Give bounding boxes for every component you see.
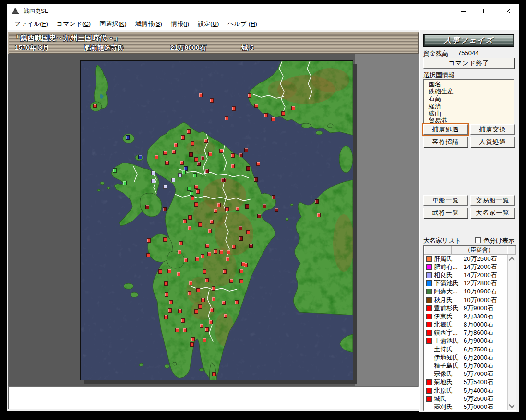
country-info-item-5[interactable]: 貿易港 <box>429 117 514 124</box>
castle-marker[interactable] <box>188 215 192 220</box>
castle-marker[interactable] <box>212 297 215 301</box>
castle-marker[interactable] <box>181 318 185 323</box>
list-button-0[interactable]: 軍船一覧 <box>423 195 468 206</box>
menu-item-3[interactable]: 城情報(S) <box>131 18 167 30</box>
castle-marker[interactable] <box>158 269 162 274</box>
castle-marker[interactable] <box>219 250 223 254</box>
castle-marker[interactable] <box>232 106 236 111</box>
menu-item-6[interactable]: ヘルプ (H) <box>223 18 262 30</box>
castle-marker[interactable] <box>291 106 295 110</box>
castle-marker[interactable] <box>163 207 167 211</box>
country-info-item-0[interactable]: 国名 <box>429 81 514 88</box>
castle-marker[interactable] <box>241 262 245 266</box>
castle-marker[interactable] <box>222 301 226 305</box>
daimyo-row[interactable]: 相良氏14万2000石 <box>424 271 508 279</box>
castle-marker[interactable] <box>205 244 209 248</box>
castle-marker[interactable] <box>203 269 206 274</box>
daimyo-row[interactable]: 北郷氏8万0000石 <box>424 321 508 329</box>
action-button-1[interactable]: 捕虜交換 <box>470 124 515 135</box>
castle-marker[interactable] <box>232 245 236 249</box>
daimyo-row[interactable]: 土持氏6万7500石 <box>424 345 508 353</box>
castle-marker[interactable] <box>151 171 155 175</box>
castle-marker[interactable] <box>271 117 275 121</box>
castle-marker[interactable] <box>167 269 171 273</box>
castle-marker[interactable] <box>317 213 321 217</box>
country-info-item-3[interactable]: 経済 <box>429 103 514 110</box>
castle-marker[interactable] <box>196 189 200 194</box>
castle-marker[interactable] <box>138 155 142 159</box>
castle-marker[interactable] <box>224 314 227 318</box>
castle-marker[interactable] <box>281 111 285 116</box>
castle-marker[interactable] <box>146 253 150 257</box>
castle-marker[interactable] <box>171 178 175 182</box>
castle-marker[interactable] <box>264 113 268 117</box>
castle-marker[interactable] <box>246 166 250 171</box>
castle-marker[interactable] <box>193 173 197 177</box>
castle-marker[interactable] <box>221 178 225 182</box>
kyushu-map[interactable] <box>80 60 353 380</box>
castle-marker[interactable] <box>189 152 193 157</box>
castle-marker[interactable] <box>126 135 130 140</box>
castle-marker[interactable] <box>190 342 194 347</box>
scroll-down-icon[interactable] <box>509 402 515 408</box>
castle-marker[interactable] <box>172 150 176 154</box>
scroll-up-icon[interactable] <box>509 257 515 263</box>
castle-marker[interactable] <box>165 292 168 297</box>
castle-marker[interactable] <box>168 308 172 313</box>
castle-marker[interactable] <box>200 324 203 328</box>
castle-marker[interactable] <box>178 173 182 177</box>
castle-marker[interactable] <box>201 156 204 160</box>
castle-marker[interactable] <box>315 199 319 204</box>
action-button-2[interactable]: 客将招請 <box>423 137 468 147</box>
castle-marker[interactable] <box>194 157 198 162</box>
castle-marker[interactable] <box>164 315 168 319</box>
castle-marker[interactable] <box>205 278 209 282</box>
daimyo-row[interactable]: 伊地知氏6万2000石 <box>424 353 508 362</box>
castle-marker[interactable] <box>219 149 223 153</box>
daimyo-row[interactable]: 伊東氏9万3300石 <box>424 312 508 320</box>
castle-marker[interactable] <box>194 202 198 207</box>
list-button-2[interactable]: 武将一覧 <box>423 208 468 218</box>
castle-marker[interactable] <box>212 286 215 291</box>
castle-marker[interactable] <box>178 250 181 254</box>
menu-item-1[interactable]: コマンド(C) <box>52 18 95 30</box>
menu-item-2[interactable]: 国選択(K) <box>95 18 131 30</box>
castle-marker[interactable] <box>163 237 167 242</box>
action-button-3[interactable]: 人質処遇 <box>470 137 515 147</box>
castle-marker[interactable] <box>191 337 195 341</box>
castle-marker[interactable] <box>208 229 212 233</box>
castle-marker[interactable] <box>239 153 243 157</box>
castle-marker[interactable] <box>201 254 204 258</box>
castle-marker[interactable] <box>165 161 169 165</box>
castle-marker[interactable] <box>249 244 253 248</box>
castle-marker[interactable] <box>194 309 198 314</box>
castle-marker[interactable] <box>227 250 230 254</box>
menu-item-4[interactable]: 情報(I) <box>167 18 193 30</box>
castle-marker[interactable] <box>205 327 209 332</box>
castle-marker[interactable] <box>183 328 187 332</box>
castle-marker[interactable] <box>254 104 258 108</box>
castle-marker[interactable] <box>256 162 260 166</box>
castle-marker[interactable] <box>226 257 229 261</box>
castle-marker[interactable] <box>225 207 229 211</box>
castle-marker[interactable] <box>93 104 97 108</box>
castle-marker[interactable] <box>244 148 248 152</box>
castle-marker[interactable] <box>245 204 249 209</box>
castle-marker[interactable] <box>163 185 167 189</box>
castle-marker[interactable] <box>239 269 243 273</box>
menu-item-0[interactable]: ファイル(F) <box>10 18 52 30</box>
castle-marker[interactable] <box>203 338 206 342</box>
country-info-item-4[interactable]: 鉱山 <box>429 110 514 117</box>
list-button-3[interactable]: 大名家一覧 <box>470 208 515 218</box>
castle-marker[interactable] <box>145 205 149 209</box>
daimyo-row[interactable]: 豊前杉氏9万9000石 <box>424 304 508 312</box>
castle-marker[interactable] <box>198 222 202 227</box>
castle-marker[interactable] <box>196 288 200 292</box>
daimyo-row[interactable]: 宗像氏5万7000石 <box>424 370 508 378</box>
message-log[interactable] <box>8 386 419 409</box>
castle-marker[interactable] <box>263 204 266 208</box>
color-display-checkbox[interactable] <box>475 237 481 243</box>
castle-marker[interactable] <box>190 191 193 196</box>
daimyo-row[interactable]: 上蒲池氏6万9000石 <box>424 337 508 345</box>
castle-marker[interactable] <box>198 304 202 309</box>
